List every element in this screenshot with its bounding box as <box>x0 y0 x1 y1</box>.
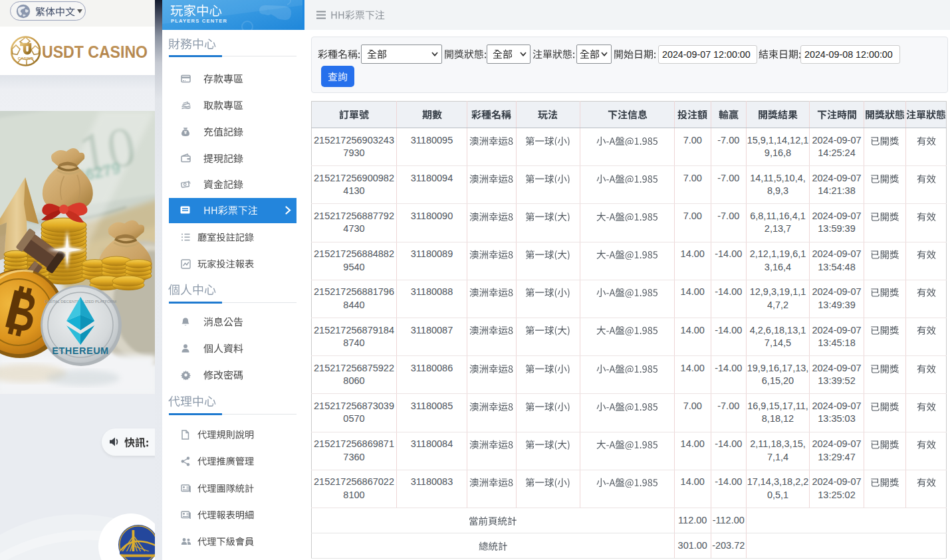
svg-text:CASINO: CASINO <box>18 56 34 60</box>
svg-text:USDT CASINO: USDT CASINO <box>42 43 148 61</box>
svg-text:ETHEREUM: ETHEREUM <box>52 345 108 356</box>
